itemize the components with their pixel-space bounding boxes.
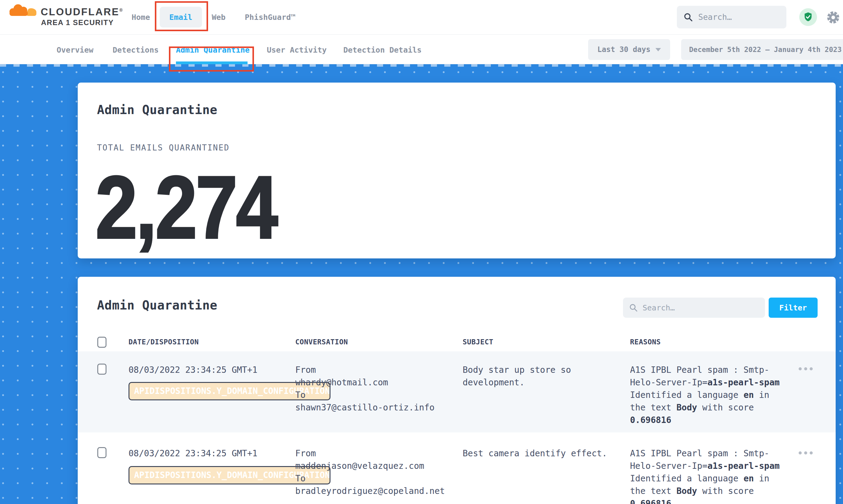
row-conversation: From whardy@hotmail.com To shawn37@casti… (295, 364, 454, 414)
screen: CLOUDFLARE® AREA 1 SECURITY Home Email W… (0, 0, 843, 504)
row-actions-menu-icon[interactable] (798, 451, 813, 454)
table-row[interactable]: 08/03/2022 23:34:25 GMT+1 APIDISPOSITION… (78, 432, 836, 504)
row-reasons: A1S IPBL Pearl spam : Smtp-Helo-Server-I… (630, 447, 783, 504)
column-header-reasons: REASONS (630, 338, 661, 346)
to-email: bradleyrodriguez@copeland.net (295, 485, 454, 497)
brand-name: CLOUDFLARE® (41, 6, 123, 18)
shield-check-icon (803, 12, 813, 23)
column-header-date: DATE/DISPOSITION (128, 338, 199, 346)
row-date: 08/03/2022 23:34:25 GMT+1 (128, 447, 257, 460)
table-card-title: Admin Quarantine (97, 298, 217, 312)
global-search[interactable] (677, 6, 786, 29)
column-header-conversation: CONVERSATION (295, 338, 348, 346)
table-search-input[interactable] (643, 303, 747, 312)
row-subject: Best camera identify effect. (463, 447, 616, 460)
nav-item-home[interactable]: Home (131, 13, 150, 22)
tab-detections[interactable]: Detections (112, 46, 159, 54)
brand-mark: ® (119, 8, 122, 13)
top-bar: CLOUDFLARE® AREA 1 SECURITY Home Email W… (0, 0, 843, 35)
filter-button[interactable]: Filter (769, 298, 818, 318)
reason-line: A1S IPBL Pearl spam : Smtp-Helo-Server-I… (630, 447, 783, 472)
email-sub-nav: Overview Detections Admin Quarantine Use… (0, 35, 843, 64)
metric-label: TOTAL EMAILS QUARANTINED (97, 143, 229, 152)
protection-status-badge[interactable] (799, 8, 817, 26)
cloudflare-logo-icon (8, 3, 38, 19)
summary-card: Admin Quarantine TOTAL EMAILS QUARANTINE… (78, 83, 836, 258)
table-search[interactable] (623, 298, 765, 318)
reason-line: Identified a language en in the text Bod… (630, 472, 783, 504)
to-email: shawn37@castillo-ortiz.info (295, 401, 454, 414)
tab-admin-quarantine[interactable]: Admin Quarantine (176, 46, 250, 54)
tab-detection-details[interactable]: Detection Details (343, 46, 422, 54)
search-icon (684, 13, 693, 22)
search-icon (629, 303, 638, 312)
summary-card-title: Admin Quarantine (97, 103, 217, 117)
date-range-dropdown-label: Last 30 days (597, 45, 650, 54)
from-label: From (295, 447, 454, 460)
row-checkbox[interactable] (97, 447, 106, 458)
quarantine-table-card: Admin Quarantine Filter DATE/DISPOSITION… (78, 277, 836, 504)
nav-item-phishguard[interactable]: PhishGuard™ (245, 13, 296, 22)
table-row[interactable]: 08/03/2022 23:34:25 GMT+1 APIDISPOSITION… (78, 352, 836, 432)
from-label: From (295, 364, 454, 376)
row-conversation: From maddenjason@velazquez.com To bradle… (295, 447, 454, 497)
global-search-input[interactable] (698, 13, 772, 22)
row-reasons: A1S IPBL Pearl spam : Smtp-Helo-Server-I… (630, 364, 783, 426)
metric-value: 2,274 (95, 163, 276, 251)
date-range-dropdown[interactable]: Last 30 days (588, 39, 670, 60)
active-tab-underline (176, 61, 248, 64)
settings-gear-icon[interactable] (826, 11, 840, 26)
date-range-display[interactable]: December 5th 2022 — January 4th 2023 (681, 39, 843, 60)
nav-item-web[interactable]: Web (212, 13, 226, 22)
tab-user-activity[interactable]: User Activity (267, 46, 327, 54)
reason-line: Identified a language en in the text Bod… (630, 389, 783, 426)
from-email: maddenjason@velazquez.com (295, 460, 454, 472)
to-label: To (295, 472, 454, 485)
reason-line: A1S IPBL Pearl spam : Smtp-Helo-Server-I… (630, 364, 783, 389)
nav-item-email[interactable]: Email (160, 7, 202, 28)
page-content: Admin Quarantine TOTAL EMAILS QUARANTINE… (0, 64, 843, 504)
row-checkbox[interactable] (97, 364, 106, 375)
decorative-dash-strip (0, 64, 843, 67)
row-subject: Body star up store so development. (463, 364, 616, 389)
select-all-checkbox[interactable] (97, 337, 106, 348)
to-label: To (295, 389, 454, 401)
column-header-subject: SUBJECT (463, 338, 493, 346)
tab-overview[interactable]: Overview (57, 46, 93, 54)
from-email: whardy@hotmail.com (295, 376, 454, 389)
chevron-down-icon (655, 48, 661, 51)
row-actions-menu-icon[interactable] (798, 367, 813, 370)
row-date: 08/03/2022 23:34:25 GMT+1 (128, 364, 257, 376)
brand-subtitle: AREA 1 SECURITY (41, 18, 114, 27)
